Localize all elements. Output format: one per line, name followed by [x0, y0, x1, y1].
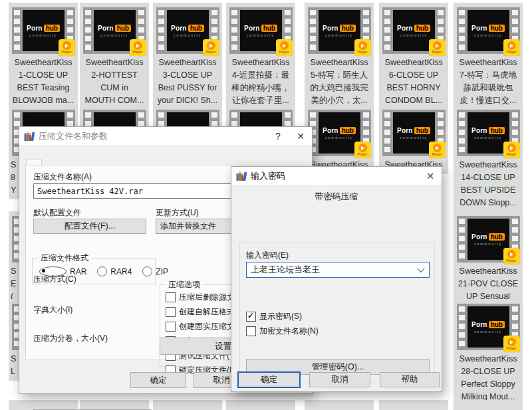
file-caption-line: SweetheartKiss — [454, 159, 523, 171]
pornhub-logo-porn: Porn — [244, 25, 260, 32]
video-file-icon: Porn hub community Player — [382, 7, 446, 54]
ok-button[interactable]: 确定 — [130, 372, 186, 388]
play-icon — [507, 41, 516, 50]
encrypt-names-checkbox[interactable]: 加密文件名称(N) — [246, 326, 319, 337]
film-sprockets-left — [310, 10, 316, 51]
film-sprockets-left — [158, 10, 164, 51]
file-tile[interactable]: Porn hub community Player SweetheartKiss — [379, 105, 448, 174]
file-tile[interactable]: Porn hub community Player SweetheartKiss… — [9, 3, 78, 110]
pornhub-logo: Porn hub — [98, 25, 131, 32]
file-caption-line: SweetheartKiss — [454, 353, 523, 365]
dialog-title: 压缩文件名和参数 — [39, 130, 267, 142]
checkbox-icon — [246, 326, 256, 336]
pornhub-logo-hub: hub — [489, 233, 505, 241]
pornhub-logo-hub: hub — [489, 127, 505, 134]
file-caption-line: 14-CLOSE UP — [454, 171, 523, 184]
ok-button[interactable]: 确定 — [237, 371, 301, 388]
video-file-icon: Porn hub community Player — [457, 216, 520, 262]
pornhub-logo: Porn hub — [244, 25, 277, 32]
checkbox-icon — [246, 312, 256, 322]
video-file-icon: Porn hub community Player — [457, 7, 520, 54]
pornhub-logo: Porn hub — [27, 25, 60, 32]
film-sprockets-left — [459, 219, 465, 260]
play-icon — [280, 41, 289, 50]
film-sprockets-left — [459, 10, 465, 51]
help-icon[interactable]: ? — [267, 127, 289, 145]
player-badge-label: Player — [357, 152, 367, 156]
pornhub-logo-hub: hub — [261, 25, 277, 32]
password-value: 上老王论坛当老王 — [251, 264, 320, 276]
file-tile[interactable]: Porn hub community Player SweetheartKiss… — [226, 3, 295, 110]
file-tile[interactable]: Porn hub community Player — [226, 400, 295, 410]
pornhub-logo-hub: hub — [340, 25, 356, 32]
file-tile[interactable]: Porn hub community Player SweetheartKiss… — [153, 3, 222, 110]
file-caption: SweetheartKiss6-CLOSE UPBEST HORNYCONDOM… — [379, 56, 448, 107]
file-caption: SweetheartKiss14-CLOSE UPBEST UPSIDEDOWN… — [454, 159, 523, 209]
checkbox-icon — [166, 322, 176, 332]
file-tile[interactable]: Porn hub community Player — [153, 400, 222, 410]
file-caption: SweetheartKiss3-CLOSE UPBest PUSSY foryo… — [153, 56, 222, 107]
password-label: 输入密码(E) — [246, 250, 289, 261]
pornhub-logo-porn: Porn — [471, 127, 487, 134]
file-tile[interactable]: Porn hub community Player SweetheartKiss… — [454, 105, 523, 212]
player-badge-icon: Player — [276, 39, 293, 56]
film-sprockets-left — [384, 112, 390, 154]
help-button[interactable]: 帮助 — [380, 372, 440, 387]
file-caption: SweetheartKiss28-CLOSE UPPerfect SloppyM… — [454, 353, 523, 403]
close-icon[interactable]: ✕ — [419, 167, 442, 185]
file-tile[interactable]: Porn hub community Player SweetheartKiss… — [305, 3, 374, 110]
film-sprockets-left — [459, 112, 465, 154]
file-caption-line: BEST UPSIDE — [454, 184, 523, 197]
pornhub-community-text: community — [174, 33, 201, 37]
dialog-titlebar: 输入密码 ✕ — [231, 167, 442, 185]
file-caption-line: 棒的榨精小嘴， — [226, 82, 295, 94]
cancel-button[interactable]: 取消 — [309, 372, 370, 387]
file-tile[interactable]: Porn hub community Player — [379, 400, 448, 410]
file-tile[interactable]: Porn hub community Player — [305, 400, 374, 410]
file-tile[interactable]: Porn hub community Player SweetheartKiss… — [454, 299, 523, 406]
player-badge-label: Player — [132, 50, 142, 54]
play-icon — [507, 338, 516, 346]
profile-button[interactable]: 配置文件(F)... — [33, 219, 146, 234]
player-badge-label: Player — [506, 152, 516, 156]
pornhub-community-text: community — [400, 33, 428, 37]
file-tile[interactable]: Porn hub community Player SweetheartKiss… — [379, 3, 448, 110]
pornhub-community-text: community — [325, 136, 353, 140]
close-icon[interactable]: ✕ — [289, 127, 312, 145]
file-tile[interactable]: Porn hub community Player — [9, 400, 78, 410]
default-profile-label: 默认配置文件 — [33, 207, 81, 219]
player-badge-label: Player — [506, 258, 516, 262]
video-file-icon: Porn hub community Player — [308, 110, 371, 156]
pornhub-logo-hub: hub — [489, 321, 505, 328]
chevron-down-icon — [417, 265, 424, 272]
file-tile[interactable]: Porn hub community Player SweetheartKiss… — [454, 3, 523, 110]
pornhub-logo-hub: hub — [489, 25, 505, 32]
file-caption-line: SweetheartKiss — [226, 56, 295, 69]
file-caption-line: 6-CLOSE UP — [379, 69, 448, 82]
volume-size-label: 压缩为分卷，大小(V) — [33, 333, 108, 344]
file-caption-line: 的大鸡巴撮我完 — [305, 82, 374, 94]
format-group-label: 压缩文件格式 — [38, 253, 91, 264]
archive-name-label: 压缩文件名称(A) — [33, 171, 92, 183]
file-tile[interactable]: Porn hub community Player — [454, 400, 523, 410]
file-tile[interactable]: Porn hub community Player — [80, 400, 149, 410]
format-radio-item[interactable]: ZIP — [142, 266, 168, 276]
pornhub-community-text: community — [400, 136, 428, 140]
options-group-label: 压缩选项 — [166, 279, 203, 290]
dictionary-size-label: 字典大小(I) — [33, 304, 72, 316]
file-tile[interactable]: Porn hub community Player SweetheartKiss — [305, 105, 374, 174]
password-input-combo[interactable]: 上老王论坛当老王 — [246, 262, 430, 278]
format-radio-item[interactable]: RAR4 — [97, 266, 132, 276]
pornhub-logo-porn: Porn — [323, 127, 338, 134]
pornhub-logo: Porn hub — [171, 25, 204, 32]
show-password-checkbox[interactable]: 显示密码(S) — [246, 311, 302, 322]
pornhub-logo-hub: hub — [414, 25, 430, 32]
pornhub-logo-porn: Porn — [471, 25, 487, 32]
pornhub-logo-porn: Porn — [323, 25, 338, 32]
file-tile[interactable]: Porn hub community Player SweetheartKiss… — [80, 3, 149, 110]
dialog-titlebar: 压缩文件名和参数 ? ✕ — [19, 127, 312, 145]
video-file-icon: Porn hub community Player — [308, 7, 371, 54]
pornhub-community-text: community — [474, 330, 502, 334]
play-icon — [433, 144, 442, 152]
player-badge-icon: Player — [503, 336, 520, 352]
